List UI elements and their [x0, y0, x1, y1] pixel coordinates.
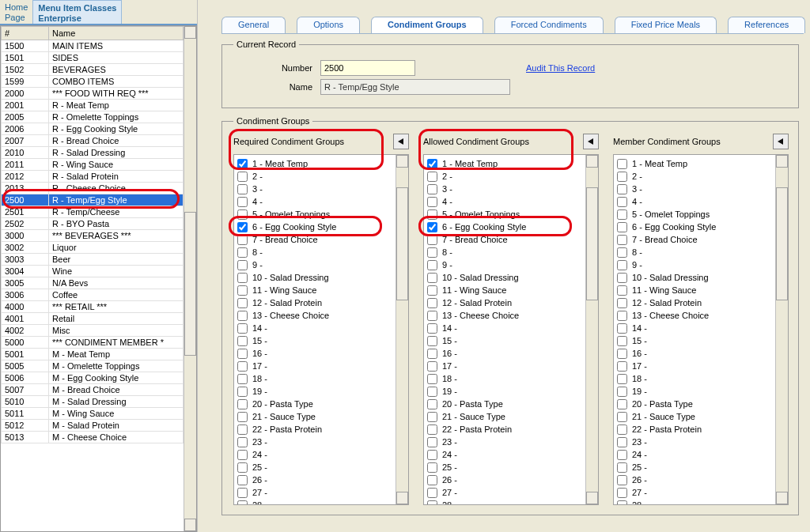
list-item[interactable]: 3 -: [617, 183, 772, 195]
audit-link[interactable]: Audit This Record: [526, 63, 595, 73]
table-row[interactable]: 5001M - Meat Temp: [2, 349, 184, 360]
allowed-scrollbar[interactable]: [585, 155, 598, 504]
table-row[interactable]: 3000*** BEVERAGES ***: [2, 230, 184, 242]
list-item[interactable]: 22 - Pasta Protein: [617, 423, 772, 436]
scroll-down-button[interactable]: [184, 519, 196, 531]
list-item[interactable]: 10 - Salad Dressing: [427, 271, 582, 284]
checkbox[interactable]: [617, 399, 627, 409]
table-row[interactable]: 5010M - Salad Dressing: [2, 396, 184, 408]
checkbox[interactable]: [237, 336, 248, 346]
checkbox[interactable]: [617, 424, 627, 435]
checkbox[interactable]: [237, 450, 248, 460]
checkbox[interactable]: [617, 323, 627, 334]
table-row[interactable]: 4002Misc: [2, 325, 184, 337]
checkbox[interactable]: [237, 159, 248, 169]
checkbox[interactable]: [237, 475, 248, 485]
list-item[interactable]: 7 - Bread Choice: [617, 233, 772, 246]
tab-forced[interactable]: Forced Condiments: [494, 17, 604, 33]
list-item[interactable]: 8 -: [237, 246, 392, 258]
table-row[interactable]: 2013R - Cheese Choice: [2, 183, 184, 194]
checkbox[interactable]: [427, 412, 437, 422]
list-item[interactable]: 13 - Cheese Choice: [617, 309, 772, 322]
list-item[interactable]: 18 -: [617, 372, 772, 385]
checkbox[interactable]: [617, 500, 627, 505]
checkbox[interactable]: [237, 437, 248, 447]
list-item[interactable]: 7 - Bread Choice: [427, 233, 582, 246]
list-item[interactable]: 9 -: [427, 258, 582, 271]
table-row[interactable]: 5005M - Omelette Toppings: [2, 360, 184, 372]
table-row[interactable]: 1501SIDES: [2, 52, 184, 64]
checkbox[interactable]: [237, 349, 248, 359]
list-item[interactable]: 8 -: [427, 246, 582, 258]
list-item[interactable]: 26 -: [617, 474, 772, 486]
checkbox[interactable]: [617, 285, 627, 296]
checkbox[interactable]: [237, 323, 248, 334]
table-row[interactable]: 2500R - Temp/Egg Style: [2, 194, 184, 206]
checkbox[interactable]: [617, 437, 627, 447]
table-row[interactable]: 2006R - Egg Cooking Style: [2, 123, 184, 135]
checkbox[interactable]: [617, 475, 627, 485]
checkbox[interactable]: [427, 311, 437, 321]
checkbox[interactable]: [427, 172, 437, 182]
list-item[interactable]: 24 -: [617, 448, 772, 461]
list-item[interactable]: 23 -: [617, 436, 772, 448]
list-item[interactable]: 25 -: [427, 461, 582, 474]
checkbox[interactable]: [237, 222, 248, 232]
checkbox[interactable]: [427, 374, 437, 384]
list-item[interactable]: 24 -: [237, 448, 392, 461]
list-item[interactable]: 12 - Salad Protein: [427, 296, 582, 309]
list-item[interactable]: 10 - Salad Dressing: [237, 271, 392, 284]
checkbox[interactable]: [237, 209, 248, 220]
checkbox[interactable]: [617, 462, 627, 473]
checkbox[interactable]: [237, 412, 248, 422]
list-item[interactable]: 16 -: [617, 347, 772, 360]
list-item[interactable]: 7 - Bread Choice: [237, 233, 392, 246]
checkbox[interactable]: [427, 475, 437, 485]
checkbox[interactable]: [427, 462, 437, 473]
list-item[interactable]: 25 -: [617, 461, 772, 474]
member-scrollbar[interactable]: [775, 155, 788, 504]
allowed-checklist[interactable]: 1 - Meat Temp2 -3 -4 -5 - Omelet Topping…: [424, 155, 585, 504]
member-checklist[interactable]: 1 - Meat Temp2 -3 -4 -5 - Omelet Topping…: [614, 155, 775, 504]
checkbox[interactable]: [237, 273, 248, 283]
checkbox[interactable]: [617, 374, 627, 384]
checkbox[interactable]: [237, 235, 248, 245]
scroll-up-button[interactable]: [586, 155, 598, 168]
required-checklist[interactable]: 1 - Meat Temp2 -3 -4 -5 - Omelet Topping…: [234, 155, 396, 504]
table-row[interactable]: 3006Coffee: [2, 289, 184, 301]
list-item[interactable]: 6 - Egg Cooking Style: [617, 221, 772, 233]
list-item[interactable]: 15 -: [237, 334, 392, 347]
checkbox[interactable]: [237, 500, 248, 505]
scroll-down-button[interactable]: [396, 492, 408, 504]
required-scrollbar[interactable]: [396, 155, 408, 504]
checkbox[interactable]: [617, 222, 627, 232]
item-classes-grid[interactable]: # Name 1500MAIN ITEMS1501SIDES1502BEVERA…: [1, 26, 184, 443]
list-item[interactable]: 14 -: [617, 322, 772, 334]
list-item[interactable]: 17 -: [427, 360, 582, 372]
table-row[interactable]: 5006M - Egg Cooking Style: [2, 372, 184, 384]
checkbox[interactable]: [427, 260, 437, 270]
list-item[interactable]: 10 - Salad Dressing: [617, 271, 772, 284]
nav-home-tab[interactable]: Home Page: [0, 0, 32, 24]
left-arrow-icon[interactable]: [393, 134, 409, 149]
list-item[interactable]: 27 -: [617, 486, 772, 499]
checkbox[interactable]: [617, 336, 627, 346]
list-item[interactable]: 21 - Sauce Type: [617, 410, 772, 423]
checkbox[interactable]: [617, 159, 627, 169]
list-item[interactable]: 1 - Meat Temp: [427, 157, 582, 170]
list-item[interactable]: 5 - Omelet Toppings: [237, 208, 392, 221]
list-item[interactable]: 18 -: [427, 372, 582, 385]
list-item[interactable]: 15 -: [427, 334, 582, 347]
checkbox[interactable]: [237, 361, 248, 372]
table-row[interactable]: 5013M - Cheese Choice: [2, 432, 184, 443]
table-row[interactable]: 2501R - Temp/Cheese: [2, 206, 184, 218]
checkbox[interactable]: [237, 311, 248, 321]
list-item[interactable]: 17 -: [617, 360, 772, 372]
list-item[interactable]: 28 -: [427, 499, 582, 504]
list-item[interactable]: 13 - Cheese Choice: [427, 309, 582, 322]
table-row[interactable]: 4001Retail: [2, 313, 184, 325]
scroll-up-button[interactable]: [184, 26, 196, 39]
table-row[interactable]: 4000*** RETAIL ***: [2, 301, 184, 313]
checkbox[interactable]: [617, 298, 627, 308]
list-item[interactable]: 2 -: [237, 170, 392, 183]
